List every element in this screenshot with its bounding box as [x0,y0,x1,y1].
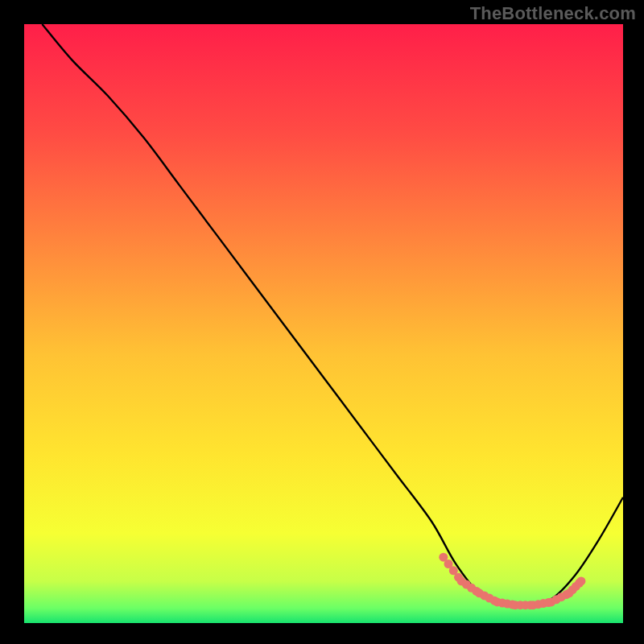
watermark-text: TheBottleneck.com [470,3,636,24]
bottleneck-chart [0,0,644,644]
chart-frame: TheBottleneck.com [0,0,644,644]
highlight-dot [576,576,585,585]
plot-background [24,24,623,623]
